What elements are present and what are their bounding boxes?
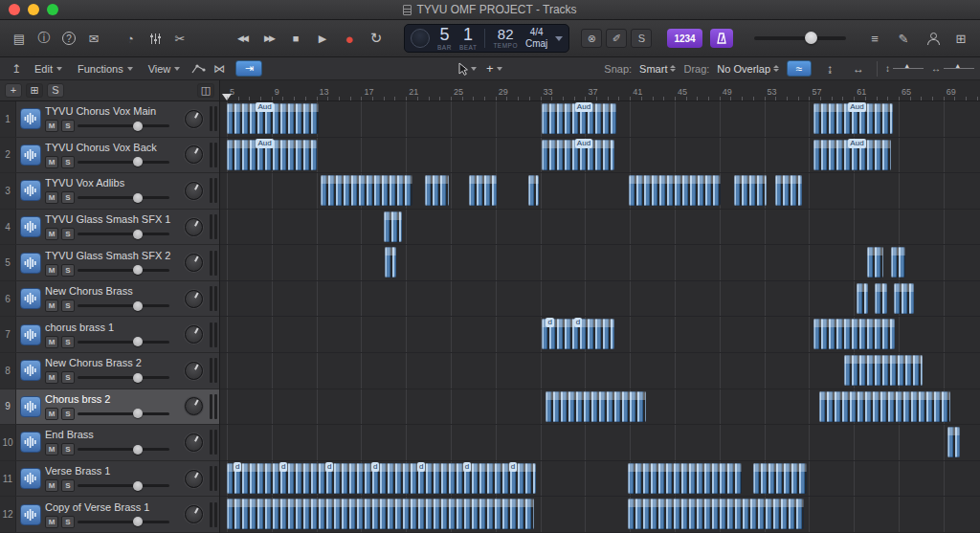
track-icon[interactable] [16, 138, 45, 173]
track-name[interactable]: TYVU Glass Smash SFX 1 [45, 213, 177, 225]
track-lane[interactable] [220, 425, 980, 461]
library-icon[interactable]: ▤ [8, 28, 31, 49]
collapse-auto-zoom-icon[interactable]: ↔ [848, 60, 869, 78]
audio-region[interactable] [947, 427, 960, 457]
track-name[interactable]: Copy of Verse Brass 1 [45, 501, 177, 513]
snap-popup[interactable]: Smart [639, 63, 676, 75]
track-name[interactable]: TYVU Chorus Vox Main [45, 105, 177, 117]
count-in-button[interactable]: 1234 [667, 29, 702, 48]
cycle-button[interactable]: ↻ [364, 27, 389, 50]
track-lane[interactable] [220, 245, 980, 281]
audio-region[interactable] [734, 175, 767, 206]
solo-button[interactable]: S [61, 120, 75, 132]
volume-thumb[interactable] [133, 193, 143, 203]
volume-slider[interactable] [78, 304, 169, 307]
volume-slider[interactable] [78, 196, 169, 199]
vertical-zoom-control[interactable]: ↕ ▲ [885, 63, 924, 74]
track-lane[interactable] [220, 210, 980, 246]
volume-slider[interactable] [78, 412, 169, 415]
list-editors-icon[interactable]: ≡ [863, 28, 886, 49]
track-name[interactable]: Verse Brass 1 [45, 465, 177, 477]
solo-button[interactable]: S [61, 479, 75, 492]
track-lane[interactable] [220, 497, 980, 533]
track-icon[interactable] [16, 317, 45, 352]
track-lane[interactable]: AudAudAud [220, 101, 980, 138]
volume-thumb[interactable] [133, 265, 143, 275]
track-lane[interactable]: ddddddd [220, 461, 980, 498]
volume-thumb[interactable] [133, 409, 143, 418]
inspector-icon[interactable]: ⓘ [33, 28, 56, 49]
track-name[interactable]: TYVU Vox Adlibs [45, 177, 177, 189]
track-header[interactable]: 2TYVU Chorus Vox BackMS [0, 138, 219, 174]
mute-button[interactable]: M [45, 479, 58, 492]
audio-region[interactable] [775, 175, 802, 206]
mute-button[interactable]: M [45, 120, 58, 132]
master-volume-thumb[interactable] [805, 32, 817, 44]
lanes[interactable]: AudAudAudAudAudAudddddddddd [220, 101, 980, 533]
track-lane[interactable] [220, 353, 980, 389]
zoom-thumb-icon[interactable]: ▲ [954, 62, 961, 69]
volume-slider[interactable] [78, 269, 169, 272]
mute-button[interactable]: M [45, 516, 58, 528]
track-icon[interactable] [16, 461, 45, 497]
pan-knob[interactable] [185, 110, 203, 128]
track-header[interactable]: 8New Chorus Brass 2MS [0, 353, 219, 389]
vertical-zoom-slider[interactable]: ▲ [893, 68, 924, 69]
clear-overload-icon[interactable]: ⊗ [581, 29, 602, 48]
hierarchy-up-icon[interactable]: ↥ [6, 60, 27, 78]
note-pads-icon[interactable]: ✎ [892, 28, 915, 49]
audio-region[interactable] [469, 175, 497, 206]
volume-thumb[interactable] [133, 445, 143, 455]
volume-thumb[interactable] [133, 373, 143, 383]
record-button[interactable]: ● [337, 27, 362, 50]
solo-button[interactable]: S [61, 228, 75, 240]
automation-icon[interactable] [188, 60, 209, 78]
lcd-chevron-icon[interactable] [555, 36, 563, 41]
close-window-button[interactable] [9, 4, 20, 15]
solo-button[interactable]: S [61, 371, 75, 384]
audio-region[interactable] [227, 463, 536, 494]
media-browser-icon[interactable]: ✉ [82, 28, 105, 49]
audio-region[interactable] [813, 319, 895, 349]
audio-region[interactable] [753, 463, 807, 494]
mute-button[interactable]: M [45, 156, 58, 168]
solo-button[interactable]: S [61, 191, 75, 204]
audio-region[interactable] [385, 247, 396, 278]
horizontal-zoom-control[interactable]: ↔ ▲ [931, 63, 974, 74]
solo-button[interactable]: S [61, 264, 75, 277]
track-icon[interactable] [16, 353, 45, 389]
pan-knob[interactable] [185, 433, 203, 452]
smart-controls-icon[interactable]: ◔ [119, 28, 142, 49]
minimize-window-button[interactable] [28, 4, 39, 15]
track-lane[interactable]: dd [220, 317, 980, 353]
master-solo-button[interactable]: S [47, 83, 64, 98]
track-lane[interactable] [220, 281, 980, 318]
audio-region[interactable] [425, 175, 449, 206]
track-icon[interactable] [16, 173, 45, 209]
edit-menu[interactable]: Edit [27, 57, 70, 79]
solo-button[interactable]: S [61, 300, 75, 312]
volume-slider[interactable] [78, 233, 169, 235]
toolbox-icon[interactable]: ⊞ [949, 28, 972, 49]
track-name[interactable]: chorus brass 1 [45, 322, 177, 333]
track-name[interactable]: End Brass [45, 429, 177, 440]
play-button[interactable]: ▶ [310, 27, 335, 50]
mute-button[interactable]: M [45, 228, 58, 240]
audio-region[interactable] [894, 283, 914, 314]
audio-region[interactable] [629, 175, 721, 206]
zoom-window-button[interactable] [47, 4, 58, 15]
track-lane[interactable] [220, 389, 980, 426]
volume-thumb[interactable] [133, 157, 143, 167]
auto-track-zoom-icon[interactable]: ↨ [819, 60, 840, 78]
volume-thumb[interactable] [133, 481, 143, 491]
track-icon[interactable] [16, 281, 45, 317]
volume-thumb[interactable] [133, 337, 143, 346]
audio-region[interactable] [384, 211, 402, 242]
horizontal-zoom-slider[interactable]: ▲ [944, 68, 974, 69]
editors-icon[interactable]: ✂ [168, 28, 191, 49]
brush-icon[interactable]: ✐ [606, 29, 627, 48]
stop-button[interactable]: ■ [283, 27, 308, 50]
volume-slider[interactable] [78, 124, 169, 127]
mute-button[interactable]: M [45, 408, 58, 420]
functions-menu[interactable]: Functions [70, 57, 141, 79]
